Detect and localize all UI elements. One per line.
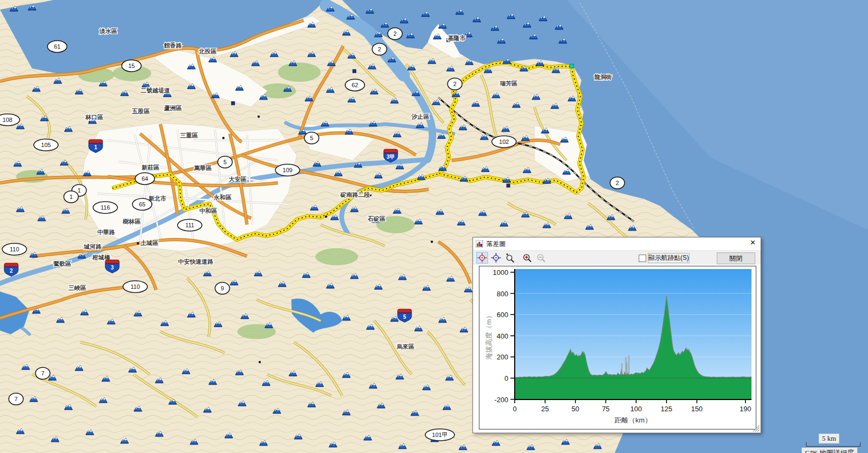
svg-text:1: 1: [69, 194, 73, 200]
map-place-label: 三重區: [180, 132, 198, 139]
route-shield: 101甲: [425, 429, 455, 441]
zoom-in-icon: [522, 252, 532, 263]
route-shield: 111: [177, 219, 202, 231]
y-tick-label: 1000: [493, 268, 508, 277]
route-shield: 102: [492, 136, 516, 148]
pan-crosshair-blue-button[interactable]: [490, 252, 502, 264]
crosshair-blue-icon: [491, 252, 501, 263]
x-tick-label: 0: [513, 405, 516, 413]
svg-text:9: 9: [221, 285, 224, 291]
map-detail-label: GPS 地圖詳細度: [802, 448, 857, 453]
map-place-label: 中和區: [199, 208, 217, 214]
route-shield: 15: [122, 60, 141, 72]
map-place-label: 新莊區: [141, 164, 159, 171]
route-shield: 64: [135, 173, 154, 185]
show-trackpoints-checkbox[interactable]: 顯示航跡點(S): [639, 254, 689, 263]
svg-text:5: 5: [403, 314, 406, 320]
svg-text:2: 2: [453, 81, 456, 87]
crosshair-red-icon: [477, 252, 487, 263]
x-tick-label: 75: [602, 405, 609, 413]
poi-square[interactable]: [507, 184, 510, 187]
dialog-titlebar[interactable]: 落差圖 ✕: [473, 237, 761, 250]
map-place-label: 新北市: [148, 195, 166, 202]
svg-text:5: 5: [223, 159, 227, 165]
town-dot: [325, 216, 327, 218]
close-icon[interactable]: ✕: [750, 239, 756, 247]
map-place-label: 三峽區: [68, 285, 86, 291]
checkbox-box[interactable]: [639, 255, 646, 262]
route-shield: 110: [123, 281, 148, 293]
resize-grip[interactable]: [753, 425, 759, 432]
map-place-label: 林口區: [85, 114, 103, 120]
route-shield: 109: [275, 164, 300, 176]
svg-text:105: 105: [41, 142, 51, 148]
y-axis-title: 海拔高度（m）: [485, 312, 493, 360]
route-shield: 110: [2, 243, 27, 255]
zoom-out-icon: [536, 252, 546, 263]
route-shield: 108: [0, 114, 20, 126]
poi-square[interactable]: [231, 102, 235, 105]
svg-text:110: 110: [10, 246, 19, 252]
zoom-in-button[interactable]: [521, 252, 533, 264]
svg-text:7: 7: [41, 370, 44, 377]
forest-patch: [278, 63, 321, 82]
route-shield: 2: [610, 177, 624, 189]
map-place-label: 汐止區: [411, 113, 429, 120]
chart-icon: [476, 240, 483, 248]
map-place-label: 鶯歌區: [53, 260, 71, 267]
svg-text:1: 1: [94, 144, 97, 150]
poi-square[interactable]: [353, 70, 356, 73]
zoom-window-button[interactable]: [504, 252, 516, 264]
map-place-label: 蘆洲區: [164, 105, 182, 111]
map-place-label: 碇南路二段: [340, 191, 370, 198]
svg-text:65: 65: [139, 201, 145, 208]
dialog-toolbar: 顯示航跡點(S) 關閉: [473, 250, 761, 265]
y-tick-label: 200: [497, 353, 508, 361]
route-shield: 116: [93, 202, 118, 213]
route-shield: 7: [9, 393, 23, 405]
route-shield: 61: [48, 41, 67, 52]
route-shield: 2: [372, 43, 386, 55]
svg-text:62: 62: [352, 82, 358, 88]
pan-crosshair-red-button[interactable]: [476, 252, 488, 264]
checkbox-label: 顯示航跡點(S): [648, 254, 689, 263]
map-place-label: 瑞芳區: [499, 80, 517, 87]
data-glitch-spike: [621, 363, 622, 374]
svg-text:1: 1: [78, 187, 81, 194]
map-place-label: 中華路: [97, 229, 115, 235]
map-place-label: 龍洞街: [594, 74, 612, 80]
svg-text:64: 64: [142, 175, 148, 182]
svg-text:3: 3: [111, 265, 114, 271]
x-tick-label: 150: [691, 405, 703, 413]
route-shield: 62: [345, 79, 365, 91]
route-shield: 2: [387, 28, 402, 40]
map-place-label: 北投區: [198, 48, 216, 55]
town-dot: [137, 242, 139, 244]
elevation-dialog: 落差圖 ✕: [472, 237, 761, 433]
route-shield: 65: [133, 198, 152, 210]
map-place-label: 基隆市: [447, 35, 466, 41]
zoom-out-button[interactable]: [535, 252, 547, 264]
town-dot: [258, 116, 260, 118]
y-tick-label: 800: [497, 290, 508, 298]
x-axis-title: 距離（km）: [615, 416, 652, 424]
track-end-marker[interactable]: [570, 64, 574, 68]
map-place-label: 土城區: [141, 240, 158, 246]
town-dot: [222, 137, 224, 139]
x-tick-label: 190: [740, 405, 751, 413]
route-shield: 1: [64, 191, 78, 203]
map-place-label: 中安快速道路: [178, 258, 213, 265]
data-glitch-spike: [629, 355, 630, 374]
map-place-label: 永和區: [213, 194, 231, 201]
svg-text:15: 15: [128, 63, 135, 69]
elevation-chart-panel[interactable]: -200020040060080010000255075100125150190…: [479, 266, 756, 429]
route-shield: 5: [218, 156, 232, 168]
svg-text:108: 108: [3, 117, 12, 123]
svg-text:2: 2: [378, 46, 381, 52]
map-place-label: 大安區: [229, 176, 246, 182]
svg-text:3甲: 3甲: [386, 154, 395, 160]
svg-text:109: 109: [283, 167, 292, 173]
close-button[interactable]: 關閉: [717, 252, 755, 264]
map-place-label: 二號越堤道: [141, 87, 170, 94]
y-tick-label: 0: [505, 374, 508, 382]
